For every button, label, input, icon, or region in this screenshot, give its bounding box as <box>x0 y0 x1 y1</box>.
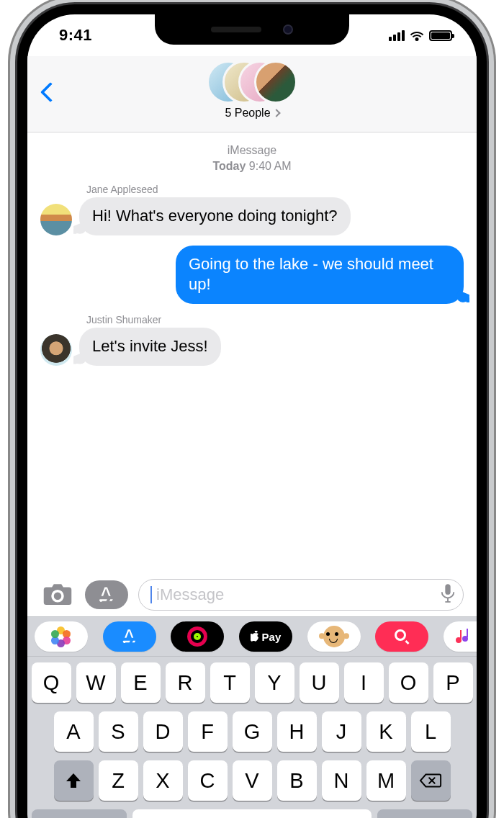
shift-key[interactable] <box>54 760 94 801</box>
key-z[interactable]: Z <box>99 760 138 801</box>
key-o[interactable]: O <box>389 662 428 703</box>
key-t[interactable]: T <box>210 662 250 703</box>
volume-up-button <box>10 151 16 203</box>
apple-pay-label: Pay <box>262 631 282 643</box>
display-notch <box>155 14 349 45</box>
key-g[interactable]: G <box>233 711 272 752</box>
key-s[interactable]: S <box>99 711 138 752</box>
device-frame: 9:41 5 People <box>17 4 487 818</box>
text-caret <box>150 586 152 603</box>
backspace-icon <box>419 772 442 789</box>
activity-rings-icon <box>187 626 207 647</box>
date-day: Today <box>212 160 246 172</box>
camera-button[interactable] <box>40 580 75 609</box>
message-bubble[interactable]: Going to the lake - we should meet up! <box>176 246 464 304</box>
key-d[interactable]: D <box>143 711 183 752</box>
memoji-icon <box>343 633 349 639</box>
key-p[interactable]: P <box>433 662 473 703</box>
key-n[interactable]: N <box>322 760 361 801</box>
back-button[interactable] <box>39 80 53 103</box>
outgoing-message-row: Going to the lake - we should meet up! <box>40 246 464 304</box>
key-r[interactable]: R <box>166 662 205 703</box>
keyboard-row: ASDFGHJKL <box>32 711 472 752</box>
apple-logo-icon <box>251 631 261 642</box>
music-note-icon <box>456 630 466 643</box>
message-bubble[interactable]: Hi! What's everyone doing tonight? <box>79 197 351 235</box>
app-store-icon <box>96 585 117 605</box>
key-k[interactable]: K <box>366 711 406 752</box>
key-a[interactable]: A <box>54 711 94 752</box>
key-x[interactable]: X <box>143 760 183 801</box>
key-y[interactable]: Y <box>255 662 294 703</box>
service-label: iMessage <box>40 143 464 158</box>
wifi-icon <box>409 30 425 41</box>
key-h[interactable]: H <box>277 711 317 752</box>
dictation-button[interactable] <box>440 584 456 606</box>
key-w[interactable]: W <box>76 662 116 703</box>
key-v[interactable]: V <box>233 760 272 801</box>
key-m[interactable]: M <box>366 760 406 801</box>
cellular-signal-icon <box>389 30 405 41</box>
message-input[interactable]: iMessage <box>138 579 464 611</box>
key-f[interactable]: F <box>188 711 228 752</box>
side-button <box>488 166 494 245</box>
activity-app-chip[interactable] <box>171 621 224 652</box>
sender-name: Justin Shumaker <box>86 314 464 325</box>
message-list[interactable]: iMessage Today 9:40 AM Jane Appleseed Hi… <box>27 132 477 575</box>
message-group: Jane Appleseed Hi! What's everyone doing… <box>40 184 464 235</box>
return-key[interactable]: return <box>377 809 472 818</box>
imessage-app-strip[interactable]: Pay <box>27 616 477 657</box>
participant-avatar <box>254 60 297 104</box>
message-group: Justin Shumaker Let's invite Jess! <box>40 314 464 366</box>
numbers-key[interactable]: 123 <box>32 809 127 818</box>
key-e[interactable]: E <box>121 662 161 703</box>
volume-down-button <box>10 216 16 268</box>
message-bubble[interactable]: Let's invite Jess! <box>79 328 221 366</box>
front-camera <box>283 24 293 35</box>
chevron-right-icon <box>272 109 280 117</box>
key-l[interactable]: L <box>411 711 451 752</box>
compose-bar: iMessage <box>27 575 477 616</box>
key-u[interactable]: U <box>300 662 339 703</box>
date-header: iMessage Today 9:40 AM <box>40 143 464 174</box>
sender-avatar[interactable] <box>40 334 72 366</box>
apple-pay-chip[interactable]: Pay <box>239 621 292 652</box>
participant-count-label: 5 People <box>225 107 270 120</box>
sender-name: Jane Appleseed <box>86 184 464 195</box>
status-time: 9:41 <box>59 26 92 45</box>
app-store-icon <box>120 627 139 646</box>
key-q[interactable]: Q <box>32 662 71 703</box>
screen: 9:41 5 People <box>27 14 477 818</box>
date-time: 9:40 AM <box>249 160 292 172</box>
key-c[interactable]: C <box>188 760 228 801</box>
group-avatar-stack <box>207 60 297 104</box>
speaker-grille <box>211 27 261 32</box>
key-i[interactable]: I <box>344 662 384 703</box>
app-store-chip[interactable] <box>103 621 156 652</box>
memoji-icon <box>323 626 345 647</box>
app-drawer-button[interactable] <box>85 580 128 609</box>
battery-icon <box>429 30 452 41</box>
memoji-app-chip[interactable] <box>307 621 361 652</box>
conversation-header: 5 People <box>27 56 477 132</box>
key-j[interactable]: J <box>322 711 361 752</box>
status-icons <box>389 30 452 41</box>
conversation-subtitle[interactable]: 5 People <box>207 107 297 120</box>
sender-avatar[interactable] <box>40 204 72 235</box>
keyboard-row: 123 space return <box>32 809 472 818</box>
keyboard: QWERTYUIOP ASDFGHJKL ZXCVBNM 123 space r… <box>27 657 477 818</box>
backspace-key[interactable] <box>411 760 451 801</box>
music-app-chip[interactable] <box>444 621 477 652</box>
photos-icon <box>52 627 71 646</box>
search-icon <box>393 628 410 645</box>
photos-app-chip[interactable] <box>35 621 88 652</box>
incoming-message-row: Let's invite Jess! <box>40 328 464 366</box>
input-placeholder: iMessage <box>156 585 436 604</box>
ringer-switch <box>12 101 16 130</box>
conversation-title-area[interactable]: 5 People <box>207 60 297 120</box>
key-b[interactable]: B <box>277 760 317 801</box>
space-key[interactable]: space <box>132 809 372 818</box>
keyboard-row: ZXCVBNM <box>32 760 472 801</box>
image-search-chip[interactable] <box>375 621 428 652</box>
camera-icon <box>42 583 73 606</box>
